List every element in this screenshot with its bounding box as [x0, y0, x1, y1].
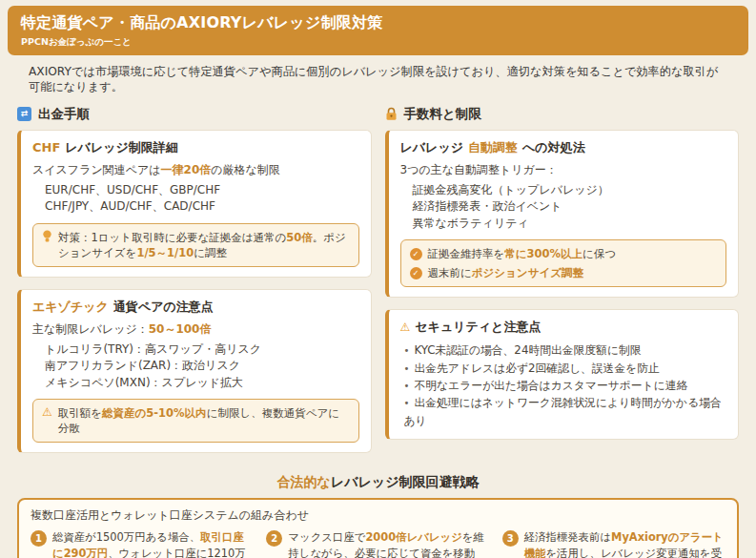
security-bullet-list: KYC未認証の場合、24時間出金限度額に制限 出金先アドレスは必ず2回確認し、誤… — [400, 341, 727, 428]
step-number-badge: 2 — [266, 530, 282, 547]
lightbulb-icon — [42, 230, 52, 243]
step-text: 経済指標発表前はMyAxioryのアラート機能を活用し、レバレッジ変更通知を受信 — [524, 529, 725, 558]
exotic-warning-box: ⚠ 取引額を総資産の5-10%以内に制限し、複数通貨ペアに分散 — [32, 399, 359, 443]
checklist-item: ✓ 証拠金維持率を常に300%以上に保つ — [410, 246, 617, 262]
chf-limit-card: CHFレバレッジ制限詳細 スイスフラン関連ペアは一律20倍の厳格な制限 EUR/… — [17, 130, 372, 278]
chf-tip-text: 対策：1ロット取引時に必要な証拠金は通常の50倍。ポジションサイズを1/5～1/… — [58, 230, 350, 260]
strategy-lead: 複数口座活用とウォレット口座システムの組み合わせ — [31, 507, 725, 524]
page-title: 特定通貨ペア・商品のAXIORYレバレッジ制限対策 — [21, 13, 735, 33]
fees-section-header: 手数料と制限 — [385, 106, 740, 123]
exotic-card-title: エキゾチック通貨ペアの注意点 — [32, 299, 359, 316]
step-item: 3 経済指標発表前はMyAxioryのアラート機能を活用し、レバレッジ変更通知を… — [502, 529, 725, 558]
page-subtitle: PPCNお金ぼっぷの一こと — [21, 36, 735, 49]
list-item: 出金先アドレスは必ず2回確認し、誤送金を防止 — [404, 360, 727, 377]
list-item: トルコリラ(TRY)：高スワップ・高リスク — [45, 341, 359, 358]
exotic-card-lead: 主な制限レバレッジ：50～100倍 — [32, 321, 359, 338]
chf-pairs-list: EUR/CHF、USD/CHF、GBP/CHF CHF/JPY、AUD/CHF、… — [32, 182, 359, 216]
checklist-text: 証拠金維持率を常に300%以上に保つ — [428, 246, 617, 262]
exchange-icon: ⇄ — [17, 107, 31, 121]
exotic-currency-list: トルコリラ(TRY)：高スワップ・高リスク 南アフリカランド(ZAR)：政治リス… — [32, 341, 359, 391]
fees-section-title: 手数料と制限 — [404, 106, 481, 123]
security-card: ⚠セキュリティと注意点 KYC未認証の場合、24時間出金限度額に制限 出金先アド… — [385, 309, 740, 439]
step-text: 総資産が1500万円ある場合、取引口座に290万円、ウォレット口座に1210万円… — [52, 529, 254, 558]
strategy-title: 合法的なレバレッジ制限回避戦略 — [17, 474, 739, 491]
strategy-box: 複数口座活用とウォレット口座システムの組み合わせ 1 総資産が1500万円ある場… — [17, 498, 739, 558]
lock-icon — [385, 107, 398, 121]
main-content: AXIORYでは市場環境に応じて特定通貨ペアや商品に個別のレバレッジ制限を設けて… — [8, 64, 748, 558]
list-item: 証拠金残高変化（トップレバレッジ） — [413, 182, 727, 198]
strategy-steps: 1 総資産が1500万円ある場合、取引口座に290万円、ウォレット口座に1210… — [31, 529, 725, 558]
list-item: EUR/CHF、USD/CHF、GBP/CHF — [45, 182, 359, 198]
checklist-text: 週末前にポジションサイズ調整 — [428, 265, 583, 281]
list-item: KYC未認証の場合、24時間出金限度額に制限 — [404, 341, 727, 359]
chf-card-title: CHFレバレッジ制限詳細 — [32, 139, 359, 156]
check-icon: ✓ — [410, 248, 422, 260]
auto-adjust-lead: 3つの主な自動調整トリガー： — [400, 162, 727, 178]
header: 特定通貨ペア・商品のAXIORYレバレッジ制限対策 PPCNお金ぼっぷの一こと — [8, 6, 748, 55]
warning-icon: ⚠ — [400, 320, 411, 336]
step-item: 2 マックス口座で2000倍レバレッジを維持しながら、必要に応じて資金を移動 — [266, 529, 489, 558]
page: { "theme": { "accent": "#c8862c", "heade… — [0, 0, 756, 558]
auto-adjust-card: レバレッジ自動調整への対処法 3つの主な自動調整トリガー： 証拠金残高変化（トッ… — [385, 130, 740, 299]
step-number-badge: 1 — [31, 530, 47, 547]
step-number-badge: 3 — [502, 530, 519, 547]
step-text: マックス口座で2000倍レバレッジを維持しながら、必要に応じて資金を移動 — [288, 529, 489, 558]
list-item: 不明なエラーが出た場合はカスタマーサポートに連絡 — [404, 377, 727, 394]
auto-adjust-card-title: レバレッジ自動調整への対処法 — [400, 139, 727, 156]
chf-tip-box: 対策：1ロット取引時に必要な証拠金は通常の50倍。ポジションサイズを1/5～1/… — [32, 223, 359, 267]
check-icon: ✓ — [410, 267, 422, 279]
checklist-item: ✓ 週末前にポジションサイズ調整 — [410, 265, 583, 281]
list-item: 異常なボラティリティ — [413, 216, 727, 232]
withdrawal-section: ⇄ 出金手順 CHFレバレッジ制限詳細 スイスフラン関連ペアは一律20倍の厳格な… — [17, 102, 372, 465]
list-item: 南アフリカランド(ZAR)：政治リスク — [45, 358, 359, 374]
list-item: メキシコペソ(MXN)：スプレッド拡大 — [45, 375, 359, 391]
withdrawal-section-title: 出金手順 — [38, 106, 90, 123]
intro-text: AXIORYでは市場環境に応じて特定通貨ペアや商品に個別のレバレッジ制限を設けて… — [29, 64, 727, 95]
list-item: CHF/JPY、AUD/CHF、CAD/CHF — [45, 198, 359, 215]
list-item: 経済指標発表・政治イベント — [413, 198, 727, 215]
warning-icon: ⚠ — [42, 405, 52, 421]
chf-card-lead: スイスフラン関連ペアは一律20倍の厳格な制限 — [32, 162, 359, 178]
fees-section: 手数料と制限 レバレッジ自動調整への対処法 3つの主な自動調整トリガー： 証拠金… — [385, 102, 740, 451]
security-card-title: ⚠セキュリティと注意点 — [400, 319, 727, 336]
trigger-list: 証拠金残高変化（トップレバレッジ） 経済指標発表・政治イベント 異常なボラティリ… — [400, 182, 727, 232]
list-item: 出金処理にはネットワーク混雑状況により時間がかかる場合あり — [404, 394, 727, 429]
withdrawal-section-header: ⇄ 出金手順 — [17, 106, 372, 123]
step-item: 1 総資産が1500万円ある場合、取引口座に290万円、ウォレット口座に1210… — [31, 529, 254, 558]
checklist-box: ✓ 証拠金維持率を常に300%以上に保つ ✓ 週末前にポジションサイズ調整 — [400, 239, 727, 287]
exotic-warning-text: 取引額を総資産の5-10%以内に制限し、複数通貨ペアに分散 — [58, 405, 350, 436]
two-column-layout: ⇄ 出金手順 CHFレバレッジ制限詳細 スイスフラン関連ペアは一律20倍の厳格な… — [17, 102, 739, 465]
exotic-pairs-card: エキゾチック通貨ペアの注意点 主な制限レバレッジ：50～100倍 トルコリラ(T… — [17, 289, 372, 453]
